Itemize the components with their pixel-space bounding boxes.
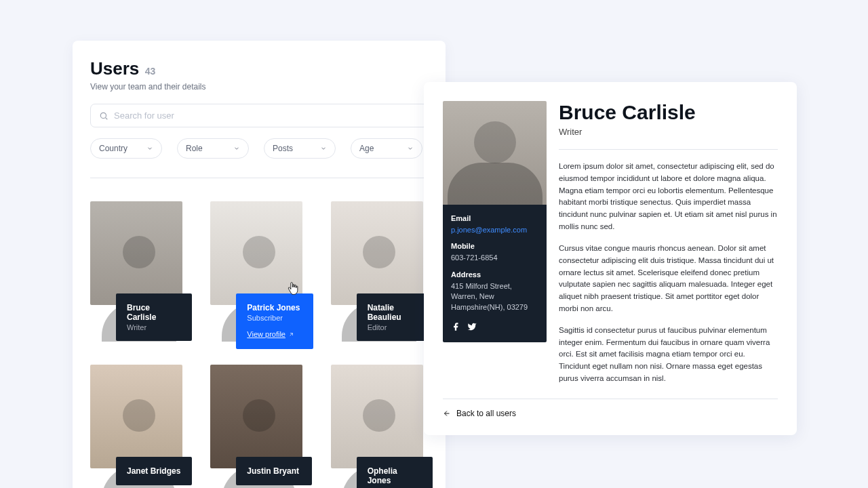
socials-row [451,322,538,331]
divider [90,178,428,178]
users-grid: Bruce Carlisle Writer Patrick Jones Subs… [90,201,428,488]
user-name: Janet Bridges [127,466,181,476]
search-icon [99,111,108,121]
user-role: Editor [368,323,422,331]
facebook-icon[interactable] [451,322,460,331]
bio-paragraph: Sagittis id consectetur purus ut faucibu… [559,325,778,385]
user-name: Patrick Jones [247,303,302,312]
filter-label: Posts [273,144,293,153]
filter-posts[interactable]: Posts [264,138,336,159]
user-photo [210,201,302,305]
filter-age[interactable]: Age [351,138,422,159]
svg-line-2 [290,333,293,336]
detail-right-column: Bruce Carlisle Writer Lorem ipsum dolor … [559,101,778,394]
user-role: Subscriber [247,314,302,322]
detail-role: Writer [559,127,778,137]
search-field[interactable] [90,104,428,127]
svg-line-1 [106,117,108,119]
user-card[interactable]: Bruce Carlisle Writer [90,201,187,342]
user-label: Natalie Beaulieu Editor [357,293,433,341]
user-label: Janet Bridges [116,457,192,485]
user-label: Ophelia Jones [357,457,433,488]
user-role: Writer [127,323,181,331]
user-photo [210,365,302,468]
arrow-up-right-icon [288,331,294,338]
user-name: Bruce Carlisle [127,303,181,322]
arrow-left-icon [443,409,451,418]
bio-paragraph: Lorem ipsum dolor sit amet, consectetur … [559,161,778,233]
user-label-hovered: Patrick Jones Subscriber View profile [236,293,313,349]
email-label: Email [451,214,538,222]
user-name: Natalie Beaulieu [368,303,422,322]
divider [559,149,778,150]
address-value: 415 Milford Street, Warren, New Hampshir… [451,281,538,312]
detail-photo [443,101,547,205]
filter-label: Role [186,144,203,153]
user-photo [90,201,182,305]
detail-name: Bruce Carlisle [559,101,778,124]
back-to-users-link[interactable]: Back to all users [443,409,516,418]
user-card[interactable]: Natalie Beaulieu Editor [331,201,428,342]
twitter-icon[interactable] [467,322,477,331]
divider [443,399,778,399]
filter-label: Age [359,144,374,153]
view-profile-link[interactable]: View profile [247,330,294,338]
filter-role[interactable]: Role [177,138,249,159]
email-value[interactable]: p.jones@example.com [451,225,538,235]
user-detail-panel: Email p.jones@example.com Mobile 603-721… [424,82,797,435]
users-list-panel: Users 43 View your team and their detail… [73,41,446,488]
mobile-label: Mobile [451,242,538,250]
mobile-value: 603-721-6854 [451,253,538,263]
chevron-down-icon [146,145,153,152]
svg-point-0 [100,113,106,118]
user-photo [90,365,182,468]
page-title: Users [90,58,139,79]
user-label: Justin Bryant [236,457,312,485]
user-name: Ophelia Jones [368,466,422,485]
user-card[interactable]: Justin Bryant [210,365,307,488]
filter-label: Country [99,144,127,153]
filters-row: Country Role Posts Age [90,138,428,159]
user-card[interactable]: Janet Bridges [90,365,187,488]
bio-paragraph: Cursus vitae congue mauris rhoncus aenea… [559,243,778,315]
detail-left-column: Email p.jones@example.com Mobile 603-721… [443,101,547,394]
page-title-row: Users 43 [90,58,428,79]
users-count: 43 [145,66,156,77]
search-input[interactable] [114,110,419,121]
filter-country[interactable]: Country [90,138,162,159]
user-card[interactable]: Ophelia Jones [331,365,428,488]
address-label: Address [451,270,538,279]
user-name: Justin Bryant [247,466,301,476]
chevron-down-icon [320,145,327,152]
page-subtitle: View your team and their details [90,82,428,92]
user-photo [331,365,423,468]
user-card[interactable]: Patrick Jones Subscriber View profile [210,201,307,342]
chevron-down-icon [407,145,414,152]
user-photo [331,201,423,305]
detail-contact-card: Email p.jones@example.com Mobile 603-721… [443,205,547,342]
chevron-down-icon [233,145,240,152]
user-label: Bruce Carlisle Writer [116,293,192,341]
